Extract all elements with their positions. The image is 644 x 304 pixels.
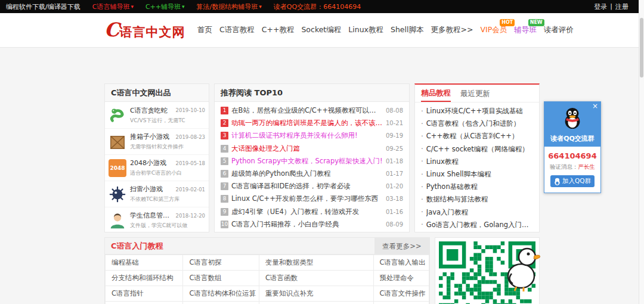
login-link[interactable]: 登录 [594, 2, 607, 11]
top10-article[interactable]: 3 计算机二级证书对程序员并没有什么卵用! 09-19 [221, 129, 403, 142]
tutorial-label: Linux Shell脚本编程 [426, 170, 491, 179]
site-header: C 语言中文网 首页 C语言教程 C++教程 Socket编程 Linux教程 … [0, 13, 644, 48]
tutorial-link[interactable]: · Linux教程 [421, 156, 533, 168]
course-link[interactable] [373, 302, 429, 304]
logo-c-glyph: C [104, 20, 119, 39]
course-link[interactable]: 重要知识点补充 [259, 286, 374, 302]
top10-article[interactable]: 4 大话图像处理之入门篇 09-25 [221, 142, 403, 155]
course-link[interactable]: 变量和数据类型 [259, 255, 374, 271]
topbar-link-label: C语言辅导班 [92, 2, 130, 11]
nav-linux[interactable]: Linux教程 [348, 25, 383, 35]
join-qq-group-button[interactable]: 加入QQ群 [550, 175, 595, 187]
2048-icon: 2048 [109, 159, 126, 177]
view-more-button[interactable]: 查看更多>> [374, 238, 429, 254]
topbar-link-downloads[interactable]: 编程软件下载/编译器下载 [6, 2, 80, 11]
article-title: C语言编译器和IDE的选择，初学者必读 [231, 182, 383, 191]
nav-home[interactable]: 首页 [197, 25, 212, 35]
topbar-link-algo-class[interactable]: 算法/数据结构辅导班 ▾ [197, 2, 262, 11]
tutorial-link[interactable]: · Go语言入门教程，Golang入门教程 [421, 219, 533, 231]
rank-badge: 10 [221, 221, 228, 228]
tutorial-link[interactable]: · Linux Shell脚本编程 [421, 168, 533, 181]
course-link[interactable]: C语言输入输出 [373, 255, 429, 271]
nav-fudaoban[interactable]: 辅导班 NEW [514, 25, 537, 35]
topbar-link-label: 算法/数据结构辅导班 [197, 2, 258, 11]
article-title: 动辄一两万的编程培训班是不是骗人的，该不该参加? [231, 119, 383, 128]
product-student-system[interactable]: 学生信息管理系统 2018-12-20 文件版，学完C就可以做 [105, 207, 209, 232]
tutorial-link[interactable]: · Linux环境C/C++项目实战基础 [421, 105, 533, 117]
article-title: 计算机二级证书对程序员并没有什么卵用! [231, 131, 383, 140]
course-link[interactable]: C语言调试（Debug） [106, 302, 183, 304]
top10-article[interactable]: 8 Linux C/C++开发前景怎么样，要学习哪些东西 03-18 [221, 193, 403, 205]
top10-article[interactable]: 9 虚幻4引擎（UE4）入门教程，转游戏开发 01-16 [221, 206, 403, 218]
top10-article[interactable]: 10 C语言入门书籍推荐，小白自学经典 08-09 [221, 218, 403, 231]
product-title: 推箱子小游戏 [130, 132, 174, 141]
tutorial-link[interactable]: · C++教程（从C语言到C++） [421, 130, 533, 142]
course-link[interactable]: 编程基础 [106, 255, 183, 271]
register-link[interactable]: 注册 [615, 2, 628, 11]
top10-article[interactable]: 7 C语言编译器和IDE的选择，初学者必读 01-20 [221, 180, 403, 193]
qq-penguin-mini-icon [554, 178, 561, 185]
close-icon[interactable]: × [592, 102, 598, 110]
nav-vip[interactable]: VIP会员 HOT [480, 25, 507, 35]
article-title: 超级简单的Python爬虫入门教程 [231, 169, 383, 178]
tutorial-link[interactable]: · C/C++ socket编程（网络编程） [421, 143, 533, 156]
nav-shell[interactable]: Shell脚本 [391, 25, 424, 35]
product-title: 扫雷小游戏 [130, 185, 174, 194]
topbar-link-cpp-class[interactable]: C++辅导班 ▾ [145, 2, 185, 11]
nav-c-tutorial[interactable]: C语言教程 [219, 25, 255, 35]
course-link[interactable]: C语言多文件编程（头文件的使用） [259, 302, 374, 304]
rank-badge: 9 [221, 208, 228, 216]
topbar-link-qq-group[interactable]: 读者QQ交流群：664104694 [274, 2, 361, 11]
article-date: 01-16 [386, 209, 403, 215]
product-title: C语言贪吃蛇 [130, 106, 174, 115]
product-subtitle: 文件版，学完C就可以做 [130, 222, 205, 229]
top10-article[interactable]: 5 Python Scrapy中文教程，Scrapy框架快速入门! 01-18 [221, 155, 403, 167]
tutorial-link[interactable]: · Python基础教程 [421, 181, 533, 193]
table-row: 编程基础 C语言初探 变量和数据类型 C语言输入输出 [106, 255, 429, 271]
tab-recent-updates[interactable]: 最近更新 [460, 85, 490, 102]
bullet-icon: · [421, 170, 423, 179]
tab-featured-tutorials[interactable]: 精品教程 [421, 85, 451, 102]
site-logo[interactable]: C 语言中文网 [104, 20, 188, 41]
course-link[interactable]: 预处理命令 [373, 271, 429, 286]
article-title: Python Scrapy中文教程，Scrapy框架快速入门! [231, 157, 383, 166]
logo-text: 语言中文网 [119, 24, 185, 41]
top10-article[interactable]: 1 在B站，居然有企业级的C/C++视频教程可以白嫖。 08-08 [221, 104, 403, 117]
course-link[interactable]: C语言内存精讲 [183, 302, 259, 304]
course-link[interactable]: C语言初探 [183, 255, 259, 271]
article-date: 09-25 [386, 145, 403, 152]
bullet-icon: · [421, 132, 423, 141]
scrollbar-thumb[interactable] [640, 18, 643, 77]
product-snake-game[interactable]: C语言贪吃蛇 2019-10-10 VC/VS下运行，无需TC [105, 102, 209, 128]
top10-list: 1 在B站，居然有企业级的C/C++视频教程可以白嫖。 08-08 2 动辄一两… [215, 102, 409, 232]
product-date: 2019-02-01 [176, 187, 205, 193]
nav-more[interactable]: 更多教程>> [431, 25, 473, 35]
course-link[interactable]: C语言函数 [259, 271, 374, 286]
nav-socket[interactable]: Socket编程 [301, 25, 341, 35]
course-link[interactable]: C语言数组 [183, 271, 259, 286]
rank-badge: 1 [221, 107, 228, 114]
scrollbar-track[interactable] [639, 0, 644, 304]
tutorial-link[interactable]: · 数据结构与算法教程 [421, 193, 533, 206]
top10-article[interactable]: 6 超级简单的Python爬虫入门教程 01-17 [221, 167, 403, 180]
course-link[interactable]: C语言文件操作 [373, 286, 429, 302]
top10-article[interactable]: 2 动辄一两万的编程培训班是不是骗人的，该不该参加? 10-21 [221, 117, 403, 129]
qq-group-widget: × 读者QQ交流群 664104694 验证消息：严长生 加入QQ群 [544, 101, 601, 193]
top10-panel-title: 推荐阅读 TOP10 [215, 84, 409, 102]
article-title: 大话图像处理之入门篇 [231, 144, 383, 153]
product-sokoban-game[interactable]: 推箱子小游戏 2019-08-23 无需学指针和文件操作 [105, 128, 209, 154]
duck-mascot-icon [504, 244, 541, 291]
nav-reviews[interactable]: 读者评价 [544, 25, 574, 35]
tutorial-link[interactable]: · Java入门教程 [421, 206, 533, 219]
bullet-icon: · [421, 145, 423, 153]
nav-cpp-tutorial[interactable]: C++教程 [262, 25, 295, 35]
topbar-link-c-class[interactable]: C语言辅导班 ▾ [92, 2, 134, 11]
tutorial-link[interactable]: · C语言教程（包含入门和进阶） [421, 117, 533, 130]
product-2048-game[interactable]: 2048 2048小游戏 2019-05-18 适合初学C语言的小白 [105, 154, 209, 181]
product-minesweeper-game[interactable]: 扫雷小游戏 2019-02-01 不依赖TC和第三方库 [105, 181, 209, 207]
course-link[interactable]: C语言指针 [106, 286, 183, 302]
course-link[interactable]: 分支结构和循环结构 [106, 271, 183, 286]
course-link[interactable]: C语言结构体和位运算 [183, 286, 259, 302]
nav-vip-label: VIP会员 [480, 25, 507, 34]
tutorial-label: Go语言入门教程，Golang入门教程 [426, 221, 533, 229]
